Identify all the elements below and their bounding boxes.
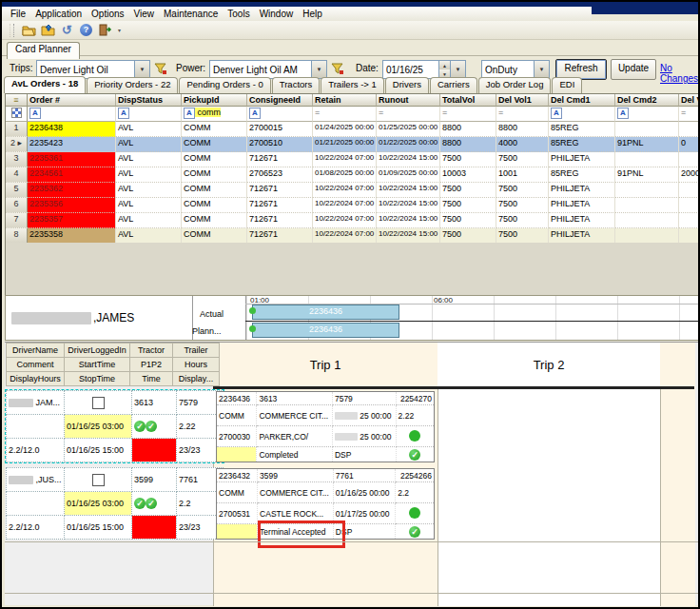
trip-origin[interactable]: COMMERCE CIT... [258, 482, 334, 503]
trip-hours[interactable]: 2.2 [396, 482, 435, 503]
trip-status[interactable]: Terminal Accepted [258, 524, 334, 540]
grid-cell[interactable] [679, 183, 700, 198]
trip-status-check[interactable]: ✓ [396, 524, 435, 540]
grid-cell[interactable] [615, 213, 679, 228]
grid-cell[interactable]: 2000 [679, 167, 700, 183]
row-header[interactable]: 6 [6, 198, 28, 213]
tab-trailers-1[interactable]: Trailers -> 1 [321, 77, 384, 93]
grid-row[interactable]: 12236438AVLCOMM270001501/24/2025 00:0001… [6, 122, 698, 137]
filter-cell-order-[interactable]: A [28, 107, 116, 122]
trip-destination[interactable]: PARKER,CO/ [257, 426, 333, 447]
filter-cell-del-vol2[interactable]: = [679, 107, 700, 122]
grid-cell[interactable] [679, 122, 700, 137]
trip-runout[interactable]: 25 00:00 [332, 426, 396, 447]
power-select[interactable]: Denver Light Oil AM▼ [209, 60, 327, 79]
grid-cell[interactable]: 2700510 [247, 137, 313, 152]
grid-cell[interactable]: 10/22/2024 07:00 [313, 198, 377, 213]
grid-corner-filter-icon[interactable]: ≡ [6, 94, 28, 107]
power-filter-icon[interactable] [331, 62, 344, 75]
grid-cell[interactable] [679, 213, 700, 228]
undo-arrow-icon[interactable]: ↺ [59, 23, 75, 38]
grid-cell[interactable]: 7500 [496, 213, 549, 228]
grid-cell[interactable]: 2235356 [28, 198, 116, 213]
grid-cell[interactable]: AVL [116, 213, 182, 228]
grid-cell[interactable]: 01/24/2025 00:00 [313, 122, 377, 137]
grid-cell[interactable]: 2235362 [28, 183, 116, 198]
row-header[interactable]: 5 [6, 183, 28, 198]
tab-job-order-log[interactable]: Job Order Log [478, 77, 552, 93]
trip-source[interactable]: DSP [333, 524, 395, 540]
tab-pending-orders-0[interactable]: Pending Orders - 0 [179, 77, 270, 93]
checkbox-icon[interactable] [92, 474, 105, 486]
trip-runout[interactable]: 01/17/25 00:00 [333, 503, 395, 524]
grid-row[interactable]: 72235357AVLCOMM71267110/22/2024 07:0010/… [6, 213, 698, 228]
grid-cell[interactable]: PHILJETA [549, 198, 615, 213]
menu-item-options[interactable]: Options [87, 8, 128, 20]
exit-door-icon[interactable] [97, 23, 113, 38]
grid-cell[interactable]: PHILJETA [549, 228, 615, 244]
grid-cell[interactable]: 8800 [440, 122, 496, 137]
driver-card[interactable]: JAM...3613757901/16/25 03:00✓✓2.222.2/12… [6, 390, 224, 462]
trip-progress-dot[interactable] [396, 426, 434, 447]
grid-cell[interactable]: 2235361 [28, 152, 116, 167]
column-header-dispstatus[interactable]: DispStatus [116, 94, 182, 107]
gantt-planned-bar[interactable]: 2236436 [252, 323, 399, 338]
grid-cell[interactable]: COMM [182, 228, 247, 244]
menu-item-window[interactable]: Window [255, 8, 299, 20]
grid-cell[interactable]: 2236438 [28, 122, 116, 137]
grid-cell[interactable]: 85REG [549, 167, 615, 183]
grid-row[interactable]: 62235356AVLCOMM71267110/22/2024 07:0010/… [6, 198, 698, 213]
grid-cell[interactable] [679, 152, 700, 167]
grid-cell[interactable]: COMM [182, 183, 247, 198]
row-header[interactable]: 7 [6, 213, 28, 228]
grid-cell[interactable]: 2235357 [28, 213, 116, 228]
filter-cell-pickupid[interactable]: A comm [182, 107, 247, 122]
column-header-runout[interactable]: Runout [377, 94, 440, 107]
trip-card[interactable]: 2236436361375792254270COMMCOMMERCE CIT..… [216, 391, 435, 462]
gantt-driver-name[interactable]: ,JAMES [6, 296, 193, 340]
filter-cell-consigneeid[interactable]: A [247, 107, 313, 122]
grid-cell[interactable]: 712671 [247, 228, 313, 244]
column-header-retain[interactable]: Retain [313, 94, 377, 107]
grid-cell[interactable]: COMM [182, 213, 247, 228]
trip-order[interactable]: 2236436 [217, 392, 257, 405]
date-dropdown-icon[interactable]: ▼ [450, 61, 465, 78]
grid-cell[interactable]: 7500 [440, 213, 496, 228]
grid-cell[interactable]: 10/22/2024 15:00 [377, 213, 440, 228]
grid-cell[interactable]: AVL [116, 228, 182, 244]
tab-tractors[interactable]: Tractors [272, 77, 320, 93]
grid-cell[interactable]: AVL [116, 152, 182, 167]
row-header[interactable]: 3 [6, 152, 28, 167]
trip-hours[interactable]: 2.22 [396, 405, 434, 426]
grid-cell[interactable]: 7500 [440, 152, 496, 167]
column-header-del-vol2[interactable]: Del Vol2 [679, 94, 700, 107]
grid-cell[interactable]: 2234561 [28, 167, 116, 183]
trips-filter-icon[interactable] [154, 62, 167, 75]
column-header-del-vol1[interactable]: Del Vol1 [496, 94, 549, 107]
grid-row[interactable]: 42234561AVLCOMM270652301/08/2025 00:0001… [6, 167, 698, 183]
grid-cell[interactable]: COMM [182, 122, 247, 137]
menu-item-help[interactable]: Help [298, 8, 327, 20]
grid-cell[interactable]: 10003 [440, 167, 496, 183]
grid-cell[interactable]: 8800 [440, 137, 496, 152]
grid-cell[interactable]: 7500 [496, 152, 549, 167]
grid-cell[interactable] [615, 152, 679, 167]
tab-edi[interactable]: EDI [552, 77, 582, 93]
grid-cell[interactable]: 10/22/2024 07:00 [313, 183, 377, 198]
filter-cell-runout[interactable]: = [377, 107, 440, 122]
grid-row[interactable]: 82235358AVLCOMM71267110/22/2024 07:0010/… [6, 228, 698, 244]
grid-cell[interactable] [615, 183, 679, 198]
grid-cell[interactable]: AVL [116, 183, 182, 198]
driver-loggedin-checkbox[interactable] [65, 391, 132, 415]
open-folder-icon[interactable] [21, 23, 37, 38]
grid-cell[interactable]: 4000 [496, 137, 549, 152]
date-spinner[interactable]: ▲▼ [438, 61, 450, 78]
filter-cell-del-cmd1[interactable]: A [549, 107, 615, 122]
grid-cell[interactable]: 2700015 [247, 122, 313, 137]
trip-pickup[interactable]: COMM [217, 405, 257, 426]
row-header[interactable]: 1 [6, 122, 28, 137]
grid-cell[interactable] [615, 228, 679, 244]
grid-cell[interactable]: 712671 [247, 152, 313, 167]
grid-cell[interactable]: COMM [182, 167, 247, 183]
grid-cell[interactable]: 8800 [496, 122, 549, 137]
